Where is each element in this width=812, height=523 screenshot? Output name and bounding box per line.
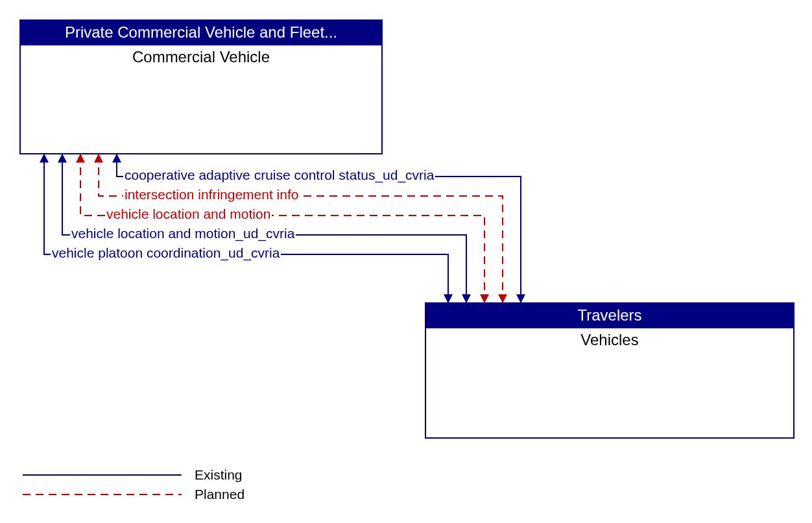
flow-label-vehicle-platoon-coordination: vehicle platoon coordination_ud_cvria xyxy=(51,245,281,261)
flow-label-intersection-infringement: intersection infringement info xyxy=(123,187,300,202)
connectors-svg xyxy=(0,0,812,523)
flow-label-vehicle-location-motion-ud: vehicle location and motion_ud_cvria xyxy=(70,226,296,241)
flow-label-vehicle-location-motion: vehicle location and motion xyxy=(105,206,272,222)
flow-label-cacc-status: cooperative adaptive cruise control stat… xyxy=(123,167,435,183)
legend-label-existing: Existing xyxy=(195,467,243,483)
legend-label-planned: Planned xyxy=(195,487,245,502)
